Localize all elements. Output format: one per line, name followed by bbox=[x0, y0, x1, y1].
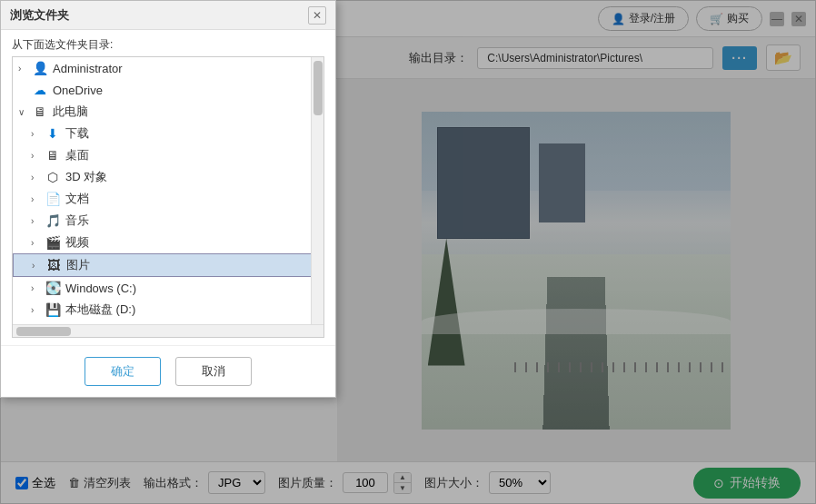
tree-scrollbar-x[interactable] bbox=[13, 324, 323, 337]
tree-arrow-icon: › bbox=[31, 129, 44, 139]
tree-item[interactable]: ›📄文档 bbox=[13, 188, 323, 210]
tree-arrow-icon: › bbox=[31, 194, 44, 204]
tree-item-icon: ☁ bbox=[31, 82, 49, 98]
dialog-title: 浏览文件夹 bbox=[10, 7, 69, 24]
tree-arrow-icon: › bbox=[31, 305, 44, 315]
dialog-overlay: 浏览文件夹 ✕ 从下面选文件夹目录: ›👤Administrator☁OneDr… bbox=[0, 0, 816, 504]
dialog-subtitle: 从下面选文件夹目录: bbox=[1, 30, 335, 56]
tree-arrow-icon: › bbox=[31, 216, 44, 226]
tree-item-label: Windows (C:) bbox=[65, 282, 136, 295]
tree-item[interactable]: ›💽Windows (C:) bbox=[13, 277, 323, 299]
tree-item-icon: ⬡ bbox=[44, 169, 62, 185]
main-window: HEIC 苹果HEIC图片转换器 👤 登录/注册 🛒 购买 — ✕ 输出目录： … bbox=[0, 0, 816, 504]
tree-item-icon: 🖼 bbox=[45, 257, 63, 273]
tree-item-label: 下载 bbox=[65, 125, 89, 142]
tree-item-icon: ⬇ bbox=[44, 125, 62, 142]
tree-item-icon: 📄 bbox=[44, 191, 62, 207]
tree-arrow-icon: › bbox=[32, 261, 45, 271]
tree-item-icon: 👤 bbox=[31, 60, 49, 76]
tree-item-icon: 🖥 bbox=[31, 104, 49, 120]
tree-item[interactable]: ›🎬视频 bbox=[13, 232, 323, 253]
dialog-close-button[interactable]: ✕ bbox=[308, 6, 326, 25]
tree-item-label: 3D 对象 bbox=[65, 169, 107, 185]
tree-arrow-icon: › bbox=[31, 283, 44, 293]
tree-arrow-icon: › bbox=[18, 64, 31, 74]
tree-item[interactable]: ›🎵音乐 bbox=[13, 210, 323, 232]
tree-item[interactable]: ∨🖥此电脑 bbox=[13, 101, 323, 123]
tree-item-icon: 🎵 bbox=[44, 212, 62, 229]
tree-arrow-icon: › bbox=[31, 151, 44, 161]
tree-item-icon: 💽 bbox=[44, 280, 62, 296]
tree-item[interactable]: ›⬇下载 bbox=[13, 123, 323, 144]
dialog-cancel-button[interactable]: 取消 bbox=[175, 357, 252, 386]
tree-item[interactable]: ›💾本地磁盘 (D:) bbox=[13, 299, 323, 321]
dialog-footer: 确定 取消 bbox=[1, 345, 335, 397]
tree-item-label: 图片 bbox=[66, 257, 90, 273]
tree-item-label: 音乐 bbox=[65, 212, 89, 229]
dialog-title-bar: 浏览文件夹 ✕ bbox=[1, 1, 335, 30]
folder-tree[interactable]: ›👤Administrator☁OneDrive∨🖥此电脑›⬇下载›🖥桌面›⬡3… bbox=[12, 56, 324, 338]
tree-arrow-icon: › bbox=[31, 238, 44, 248]
tree-item[interactable]: ☁OneDrive bbox=[13, 79, 323, 101]
tree-item-icon: 🖥 bbox=[44, 147, 62, 163]
tree-arrow-icon: › bbox=[31, 173, 44, 183]
tree-item[interactable]: ›🖼图片 bbox=[13, 253, 323, 277]
tree-scrollbar-y[interactable] bbox=[311, 57, 323, 337]
tree-item-label: 视频 bbox=[65, 234, 89, 251]
browse-folder-dialog: 浏览文件夹 ✕ 从下面选文件夹目录: ›👤Administrator☁OneDr… bbox=[0, 0, 336, 398]
tree-item[interactable]: ›⬡3D 对象 bbox=[13, 166, 323, 188]
tree-item-label: 此电脑 bbox=[53, 104, 88, 120]
tree-item-label: OneDrive bbox=[53, 84, 103, 97]
tree-item-label: 桌面 bbox=[65, 147, 89, 163]
tree-item-label: 本地磁盘 (D:) bbox=[65, 301, 135, 318]
tree-item-label: 文档 bbox=[65, 191, 89, 207]
tree-item-icon: 🎬 bbox=[44, 234, 62, 251]
tree-item[interactable]: ›🖥桌面 bbox=[13, 144, 323, 166]
tree-item-icon: 💾 bbox=[44, 301, 62, 318]
dialog-ok-button[interactable]: 确定 bbox=[85, 357, 161, 386]
tree-arrow-icon: ∨ bbox=[18, 107, 31, 117]
tree-item[interactable]: ›👤Administrator bbox=[13, 57, 323, 79]
tree-item-label: Administrator bbox=[53, 62, 123, 75]
